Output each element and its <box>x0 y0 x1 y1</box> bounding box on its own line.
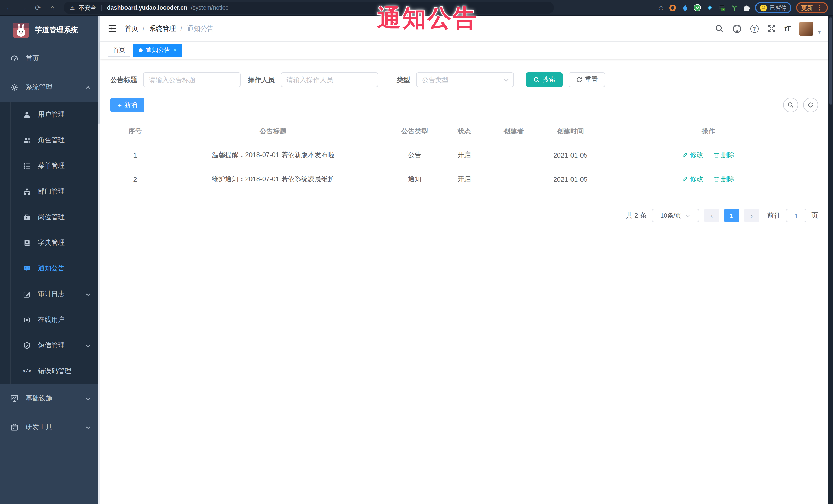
font-size-icon[interactable]: tT <box>785 24 790 32</box>
shield-check-icon <box>23 341 31 350</box>
delete-link[interactable]: 删除 <box>713 150 735 160</box>
sidebar-item-online-users[interactable]: 在线用户 <box>0 307 100 333</box>
sidebar-item-label: 用户管理 <box>38 110 65 119</box>
bookmark-star-icon[interactable]: ☆ <box>658 4 664 12</box>
toggle-search-button[interactable] <box>783 97 798 113</box>
table-header-row: 序号 公告标题 公告类型 状态 创建者 创建时间 操作 <box>110 120 818 143</box>
sidebar-logo-row[interactable]: 芋道管理系统 <box>0 16 100 44</box>
sidebar-item-dev-tools[interactable]: 研发工具 <box>0 413 100 441</box>
page-unit-label: 页 <box>811 211 818 220</box>
extension-green-circle-icon[interactable] <box>693 4 701 11</box>
delete-link[interactable]: 删除 <box>713 174 735 184</box>
browser-update-button[interactable]: 更新 ⋮ <box>796 2 828 13</box>
browser-reload-icon[interactable]: ⟳ <box>34 4 42 11</box>
url-path: /system/notice <box>191 5 229 11</box>
search-icon <box>533 76 540 83</box>
table-toolbar: + 新增 <box>110 97 818 113</box>
address-bar[interactable]: ⚠ 不安全 dashboard.yudao.iocoder.cn /system… <box>64 2 554 14</box>
sidebar-collapse-icon[interactable] <box>108 25 117 32</box>
sidebar-item-department-management[interactable]: 部门管理 <box>0 178 100 204</box>
current-page-button[interactable]: 1 <box>724 209 739 222</box>
sidebar-item-sms-management[interactable]: 短信管理 <box>0 333 100 358</box>
fullscreen-icon[interactable] <box>767 24 776 33</box>
breadcrumb-separator: / <box>181 25 182 32</box>
system-management-submenu: 用户管理 角色管理 菜单管理 <box>0 102 100 384</box>
sidebar-item-user-management[interactable]: 用户管理 <box>0 102 100 127</box>
next-page-button[interactable]: › <box>744 209 759 222</box>
sidebar-item-menu-management[interactable]: 菜单管理 <box>0 153 100 178</box>
tag-close-icon[interactable]: × <box>173 47 177 53</box>
sidebar-item-error-code-management[interactable]: </> 错误码管理 <box>0 358 100 384</box>
extension-orange-ring-icon[interactable] <box>669 4 676 11</box>
sidebar-item-role-management[interactable]: 角色管理 <box>0 127 100 153</box>
tag-notice-active[interactable]: 通知公告 × <box>134 43 182 57</box>
pagination-total: 共 2 条 <box>626 211 647 220</box>
sidebar-item-dictionary-management[interactable]: 字典管理 <box>0 230 100 256</box>
reset-button[interactable]: 重置 <box>569 72 605 87</box>
sidebar-item-notice-announcement[interactable]: 通知公告 <box>0 256 100 281</box>
sidebar-item-label: 基础设施 <box>26 394 52 403</box>
filter-type-group: 类型 公告类型 <box>397 72 514 87</box>
breadcrumb-home[interactable]: 首页 <box>125 24 138 33</box>
sidebar-item-home[interactable]: 首页 <box>0 44 100 73</box>
extension-sprout-icon[interactable] <box>730 4 738 11</box>
cell-actions: 修改 删除 <box>599 167 818 191</box>
chevron-down-icon <box>85 424 91 430</box>
menu-list-icon <box>23 162 31 170</box>
briefcase-icon <box>23 213 31 221</box>
refresh-table-button[interactable] <box>803 97 818 113</box>
tags-view-bar: 首页 通知公告 × <box>100 42 828 59</box>
avatar-caret-down-icon[interactable]: ▾ <box>818 29 821 35</box>
browser-extensions-area: ☆ on 已暂停 更 <box>658 2 828 13</box>
profile-paused-chip[interactable]: 已暂停 <box>755 2 791 13</box>
browser-forward-icon[interactable]: → <box>20 4 28 11</box>
chevron-down-icon <box>85 342 91 348</box>
browser-home-icon[interactable]: ⌂ <box>48 4 56 11</box>
table-row: 2 维护通知：2018-07-01 若依系统凌晨维护 通知 开启 2021-01… <box>110 167 818 191</box>
browser-back-icon[interactable]: ← <box>5 4 13 11</box>
filter-type-label: 类型 <box>397 75 410 85</box>
breadcrumb-system[interactable]: 系统管理 <box>149 24 176 33</box>
user-icon <box>23 110 31 119</box>
pencil-icon <box>682 176 689 182</box>
sidebar-item-label: 短信管理 <box>38 341 65 350</box>
extension-blue-drop-icon[interactable] <box>681 4 689 11</box>
add-button[interactable]: + 新增 <box>110 97 144 113</box>
sidebar-item-post-management[interactable]: 岗位管理 <box>0 204 100 230</box>
prev-page-button[interactable]: ‹ <box>704 209 719 222</box>
sidebar-item-infrastructure[interactable]: 基础设施 <box>0 384 100 413</box>
help-icon[interactable]: ? <box>751 24 759 32</box>
sidebar-item-label: 部门管理 <box>38 187 65 196</box>
browser-menu-icon[interactable]: ⋮ <box>816 4 823 11</box>
main-area: 首页 / 系统管理 / 通知公告 ? <box>100 16 828 504</box>
edit-link[interactable]: 修改 <box>682 174 704 184</box>
sidebar-item-label: 角色管理 <box>38 136 65 145</box>
cell-title: 温馨提醒：2018-07-01 若依新版本发布啦 <box>160 143 386 167</box>
gear-icon <box>10 83 19 91</box>
sidebar-item-system-management[interactable]: 系统管理 <box>0 73 100 102</box>
github-icon[interactable] <box>732 24 742 33</box>
page: ← → ⟳ ⌂ ⚠ 不安全 dashboard.yudao.iocoder.cn… <box>0 0 833 504</box>
extensions-puzzle-icon[interactable] <box>743 4 751 11</box>
page-content: 公告标题 操作人员 类型 公告类型 <box>100 59 828 504</box>
user-avatar[interactable] <box>799 21 813 36</box>
header-search-icon[interactable] <box>715 24 724 33</box>
search-button[interactable]: 搜索 <box>526 72 563 87</box>
sidebar-scrollbar[interactable] <box>97 16 100 504</box>
cell-type: 公告 <box>386 143 443 167</box>
tag-home[interactable]: 首页 <box>108 43 130 57</box>
extension-blue-diamond-icon[interactable] <box>706 4 713 11</box>
goto-page-input[interactable] <box>786 209 806 222</box>
operator-input[interactable] <box>281 72 378 87</box>
page-size-select[interactable]: 10条/页 <box>652 209 699 222</box>
sidebar-item-audit-log[interactable]: 审计日志 <box>0 281 100 307</box>
not-secure-warning-icon: ⚠ <box>70 4 75 11</box>
notice-title-input[interactable] <box>143 72 241 87</box>
notice-type-select[interactable]: 公告类型 <box>416 72 514 87</box>
cell-no: 1 <box>110 143 160 167</box>
org-sitemap-icon <box>23 187 31 195</box>
edit-link[interactable]: 修改 <box>682 150 704 160</box>
window-scrollbar[interactable] <box>828 16 833 504</box>
sidebar-item-label: 系统管理 <box>26 82 52 92</box>
extension-switch-on-icon[interactable]: on <box>718 4 726 11</box>
